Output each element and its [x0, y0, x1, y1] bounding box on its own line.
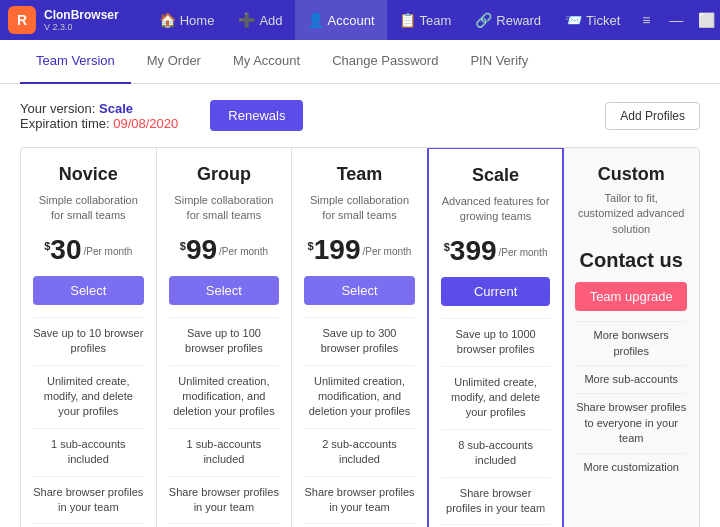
- app-logo: R: [8, 6, 36, 34]
- plan-group-name: Group: [197, 164, 251, 185]
- plan-team-amount: 199: [314, 236, 361, 264]
- plan-scale-feature-3: Share browser profiles in your team: [441, 477, 551, 525]
- plan-novice-name: Novice: [59, 164, 118, 185]
- plan-novice-amount: 30: [50, 236, 81, 264]
- plan-group-feature-0: Save up to 100 browser profiles: [169, 317, 280, 365]
- plan-scale-current-button[interactable]: Current: [441, 277, 551, 306]
- plan-team-select-button[interactable]: Select: [304, 276, 415, 305]
- plan-novice-feature-1: Unlimited create, modify, and delete you…: [33, 365, 144, 428]
- plan-custom-feature-1: More sub-accounts: [575, 365, 687, 393]
- version-value: Scale: [99, 101, 133, 116]
- plan-novice-features: Save up to 10 browser profiles Unlimited…: [33, 317, 144, 527]
- contact-us-label: Contact us: [580, 249, 683, 272]
- nav-team-label: Team: [420, 13, 452, 28]
- plan-custom-feature-2: Share browser profiles to everyone in yo…: [575, 393, 687, 452]
- nav-account-label: Account: [328, 13, 375, 28]
- tab-my-order[interactable]: My Order: [131, 40, 217, 84]
- reward-icon: 🔗: [475, 12, 492, 28]
- plan-group-select-button[interactable]: Select: [169, 276, 280, 305]
- plan-scale-desc: Advanced features for growing teams: [441, 194, 551, 225]
- plan-scale-feature-2: 8 sub-accounts included: [441, 429, 551, 477]
- plan-team-feature-2: 2 sub-accounts included: [304, 428, 415, 476]
- plan-custom-feature-0: More bonwsers profiles: [575, 321, 687, 365]
- plan-novice-feature-2: 1 sub-accounts included: [33, 428, 144, 476]
- expiry-line: Expiration time: 09/08/2020: [20, 116, 178, 131]
- window-controls: ≡ — ⬜ ✕: [632, 6, 720, 34]
- plan-novice-select-button[interactable]: Select: [33, 276, 144, 305]
- plan-group-feature-1: Unlimited creation, modification, and de…: [169, 365, 280, 428]
- plan-team-name: Team: [337, 164, 383, 185]
- nav-ticket[interactable]: 📨 Ticket: [553, 0, 632, 40]
- tab-team-version[interactable]: Team Version: [20, 40, 131, 84]
- add-profiles-button[interactable]: Add Profiles: [605, 102, 700, 130]
- version-info-block: Your version: Scale Expiration time: 09/…: [20, 101, 178, 131]
- plan-scale-name: Scale: [472, 165, 519, 186]
- nav-reward[interactable]: 🔗 Reward: [463, 0, 553, 40]
- team-upgrade-button[interactable]: Team upgrade: [575, 282, 687, 311]
- plans-grid: Novice Simple collaboration for small te…: [20, 147, 700, 527]
- nav-account[interactable]: 👤 Account: [295, 0, 387, 40]
- plan-group-features: Save up to 100 browser profiles Unlimite…: [169, 317, 280, 527]
- plan-novice-feature-3: Share browser profiles in your team: [33, 476, 144, 524]
- tab-change-password[interactable]: Change Password: [316, 40, 454, 84]
- maximize-button[interactable]: ⬜: [692, 6, 720, 34]
- plan-group-feature-3: Share browser profiles in your team: [169, 476, 280, 524]
- tab-pin-verify[interactable]: PIN Verify: [454, 40, 544, 84]
- version-info-row: Your version: Scale Expiration time: 09/…: [20, 100, 700, 131]
- nav-reward-label: Reward: [496, 13, 541, 28]
- plan-novice-desc: Simple collaboration for small teams: [33, 193, 144, 224]
- plan-group-price-row: $ 99 /Per month: [180, 236, 268, 264]
- title-nav: 🏠 Home ➕ Add 👤 Account 📋 Team 🔗 Reward 📨…: [147, 0, 633, 40]
- nav-home[interactable]: 🏠 Home: [147, 0, 227, 40]
- plan-novice-feature-4: Cookie sync across your computers: [33, 523, 144, 527]
- minimize-button[interactable]: —: [662, 6, 690, 34]
- plan-novice-price-row: $ 30 /Per month: [44, 236, 132, 264]
- plan-scale-feature-0: Save up to 1000 browser profiles: [441, 318, 551, 366]
- plan-custom-name: Custom: [598, 164, 665, 185]
- plan-group-desc: Simple collaboration for small teams: [169, 193, 280, 224]
- plan-custom-feature-3: More customization: [575, 453, 687, 481]
- plan-novice-feature-0: Save up to 10 browser profiles: [33, 317, 144, 365]
- plan-group-feature-4: Cookie sync across your computers: [169, 523, 280, 527]
- tab-my-account[interactable]: My Account: [217, 40, 316, 84]
- plan-scale-price-row: $ 399 /Per month: [444, 237, 548, 265]
- plan-scale: Scale Advanced features for growing team…: [427, 147, 565, 527]
- plan-team-feature-0: Save up to 300 browser profiles: [304, 317, 415, 365]
- plan-custom: Custom Tailor to fit, customized advance…: [563, 148, 699, 527]
- title-bar: R ClonBrowser V 2.3.0 🏠 Home ➕ Add 👤 Acc…: [0, 0, 720, 40]
- nav-home-label: Home: [180, 13, 215, 28]
- version-label: Your version:: [20, 101, 95, 116]
- expiry-date: 09/08/2020: [113, 116, 178, 131]
- main-content: Your version: Scale Expiration time: 09/…: [0, 84, 720, 527]
- nav-add[interactable]: ➕ Add: [226, 0, 294, 40]
- nav-team[interactable]: 📋 Team: [387, 0, 464, 40]
- account-icon: 👤: [307, 12, 324, 28]
- plan-custom-features: More bonwsers profiles More sub-accounts…: [575, 321, 687, 481]
- app-name: ClonBrowser: [44, 8, 119, 22]
- plan-group-amount: 99: [186, 236, 217, 264]
- plan-team-features: Save up to 300 browser profiles Unlimite…: [304, 317, 415, 527]
- plan-novice: Novice Simple collaboration for small te…: [21, 148, 157, 527]
- add-icon: ➕: [238, 12, 255, 28]
- ticket-icon: 📨: [565, 12, 582, 28]
- plan-group: Group Simple collaboration for small tea…: [157, 148, 293, 527]
- plan-team-feature-4: Cookie sync across your computers: [304, 523, 415, 527]
- plan-team: Team Simple collaboration for small team…: [292, 148, 428, 527]
- team-icon: 📋: [399, 12, 416, 28]
- plan-scale-period: /Per month: [499, 247, 548, 258]
- app-version: V 2.3.0: [44, 22, 119, 32]
- tabs-bar: Team Version My Order My Account Change …: [0, 40, 720, 84]
- menu-button[interactable]: ≡: [632, 6, 660, 34]
- renewals-button[interactable]: Renewals: [210, 100, 303, 131]
- home-icon: 🏠: [159, 12, 176, 28]
- plan-team-feature-1: Unlimited creation, modification, and de…: [304, 365, 415, 428]
- plan-team-price-row: $ 199 /Per month: [308, 236, 412, 264]
- plan-scale-feature-1: Unlimited create, modify, and delete you…: [441, 366, 551, 429]
- plan-group-feature-2: 1 sub-accounts included: [169, 428, 280, 476]
- plan-custom-desc: Tailor to fit, customized advanced solut…: [575, 191, 687, 237]
- plan-team-feature-3: Share browser profiles in your team: [304, 476, 415, 524]
- plan-scale-features: Save up to 1000 browser profiles Unlimit…: [441, 318, 551, 527]
- plan-group-period: /Per month: [219, 246, 268, 257]
- plan-team-period: /Per month: [362, 246, 411, 257]
- plan-novice-period: /Per month: [83, 246, 132, 257]
